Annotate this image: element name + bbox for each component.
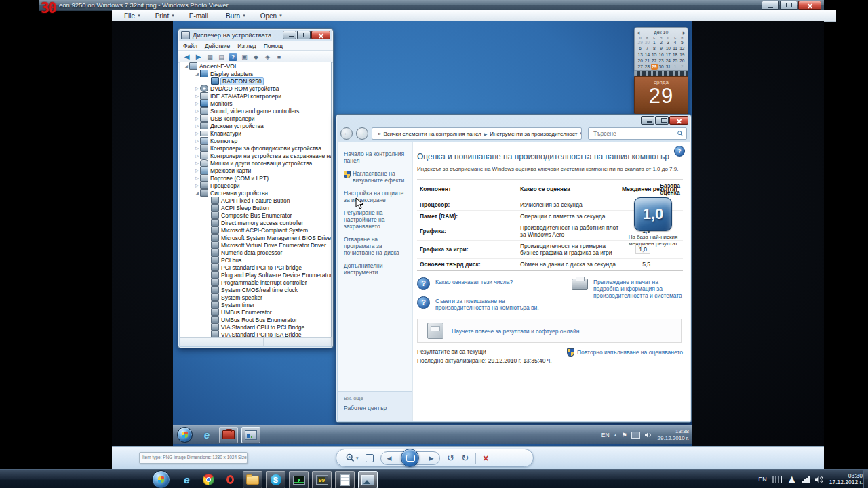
tree-expander-icon[interactable]: ▷: [194, 108, 200, 114]
menu-item[interactable]: Помощ: [264, 43, 283, 49]
tree-expander-icon[interactable]: ▷: [194, 116, 200, 121]
tree-expander-icon[interactable]: ▷: [194, 176, 200, 181]
calendar-day[interactable]: 15: [651, 52, 658, 58]
calendar-day[interactable]: 13: [637, 52, 644, 58]
device-tree-item[interactable]: ▷ Компютър: [180, 137, 331, 144]
calendar-day[interactable]: 3: [665, 39, 671, 45]
language-indicator[interactable]: EN: [601, 432, 610, 439]
rerun-assessment-link[interactable]: Повторно изпълняване на оценяването: [577, 349, 683, 356]
calendar-day[interactable]: 11: [671, 45, 678, 52]
calendar-next-icon[interactable]: ▶: [683, 30, 686, 35]
tree-expander-icon[interactable]: ◢: [194, 190, 200, 196]
device-tree-item[interactable]: Numeric data processor: [180, 249, 331, 256]
close-button[interactable]: [798, 1, 821, 10]
device-tree-item[interactable]: ◢ Системни устройства: [180, 189, 331, 197]
calendar-day[interactable]: 10: [665, 45, 671, 52]
calendar-day[interactable]: 22: [651, 58, 658, 64]
device-tree-item[interactable]: PCI standard PCI-to-PCI bridge: [180, 264, 331, 271]
taskbar-icon-internet-explorer[interactable]: e: [178, 471, 196, 487]
keyboard-layout-icon[interactable]: [772, 476, 782, 483]
delete-button[interactable]: ×: [483, 453, 488, 464]
device-tree-item[interactable]: ▷ USB контролери: [180, 115, 331, 122]
tree-expander-icon[interactable]: ▷: [194, 161, 200, 166]
menu-item[interactable]: Burn ▾: [226, 12, 245, 20]
breadcrumb-control-panel[interactable]: Всички елементи на контролния панел: [383, 131, 481, 137]
device-tree-item[interactable]: ▷ Контролери за флопидискови устройства: [180, 144, 331, 152]
volume-icon[interactable]: [814, 476, 823, 483]
toolbar-button[interactable]: ▶: [194, 53, 203, 61]
inner-taskbar-icon-device-manager-toolbox[interactable]: [219, 427, 238, 443]
learn-more-box[interactable]: Научете повече за резултати и софтуер он…: [417, 319, 682, 343]
network-icon[interactable]: [631, 432, 640, 439]
maximize-button[interactable]: [297, 30, 311, 39]
action-center-flag-icon[interactable]: ⚑: [621, 432, 627, 439]
tree-expander-icon[interactable]: ▷: [194, 168, 200, 174]
menu-item[interactable]: Действие: [205, 43, 230, 49]
calendar-day[interactable]: 7: [644, 45, 650, 52]
sidebar-task-link[interactable]: Регулиране на настройките на захранванет…: [344, 209, 407, 230]
calendar-day[interactable]: 30: [644, 39, 650, 45]
device-tree-item[interactable]: UMBus Root Bus Enumerator: [180, 316, 331, 323]
calendar-day[interactable]: 24: [665, 58, 671, 64]
search-box[interactable]: [588, 127, 687, 140]
menu-item[interactable]: E-mail: [189, 12, 211, 20]
toolbar-button[interactable]: ▤: [217, 53, 226, 61]
calendar-day[interactable]: 26: [679, 58, 686, 64]
fit-to-window-button[interactable]: [366, 454, 374, 462]
sidebar-task-link[interactable]: Настройка на опциите за индексиране: [344, 190, 407, 203]
rotate-counterclockwise-button[interactable]: ↺: [447, 453, 454, 463]
device-tree-item[interactable]: RADEON 9250: [180, 77, 331, 85]
toolbar-button[interactable]: ■: [275, 53, 283, 61]
calendar-day[interactable]: 25: [671, 58, 678, 64]
menu-item[interactable]: File ▾: [124, 12, 140, 20]
calendar-day[interactable]: 1: [671, 64, 678, 70]
menu-item[interactable]: Файл: [183, 43, 197, 49]
close-button[interactable]: [311, 30, 330, 39]
taskbar-icon-opera[interactable]: [221, 471, 239, 487]
toolbar-button[interactable]: ▦: [205, 53, 214, 61]
maximize-button[interactable]: [780, 1, 797, 10]
tray-expand-icon[interactable]: ▲: [787, 473, 797, 485]
device-tree-item[interactable]: ▷ Sound, video and game controllers: [180, 107, 331, 115]
device-tree-item[interactable]: ▷ Мрежови карти: [180, 167, 331, 174]
address-dropdown-icon[interactable]: ▾: [580, 130, 582, 137]
zoom-button[interactable]: ▾: [346, 453, 359, 462]
menu-item[interactable]: Open ▾: [260, 12, 282, 20]
taskbar-icon-system-monitor[interactable]: [289, 471, 309, 488]
clock[interactable]: 03:30 17.12.2012 г.: [829, 473, 863, 486]
toolbar-button[interactable]: ?: [229, 53, 237, 61]
action-center-link[interactable]: Работен център: [344, 405, 406, 411]
calendar-day[interactable]: 21: [644, 58, 650, 64]
device-tree-item[interactable]: ▷ Дискови устройства: [180, 122, 331, 129]
calendar-day[interactable]: 1: [651, 39, 658, 45]
address-field[interactable]: « Всички елементи на контролния панел ▶ …: [372, 127, 582, 140]
tree-expander-icon[interactable]: ▷: [194, 101, 200, 106]
calendar-day[interactable]: 28: [644, 64, 650, 70]
calendar-day[interactable]: 31: [665, 64, 671, 70]
tree-expander-icon[interactable]: ▷: [194, 131, 200, 136]
tree-expander-icon[interactable]: ▷: [194, 153, 200, 159]
device-tree-item[interactable]: Microsoft ACPI-Compliant System: [180, 226, 331, 234]
tree-expander-icon[interactable]: ▷: [194, 123, 200, 129]
calendar-day[interactable]: 4: [671, 39, 678, 45]
device-tree-item[interactable]: Composite Bus Enumerator: [180, 211, 331, 219]
device-tree-item[interactable]: VIA Standard CPU to PCI Bridge: [180, 323, 331, 331]
device-tree-item[interactable]: Direct memory access controller: [180, 219, 331, 226]
close-button[interactable]: [669, 116, 688, 125]
device-tree-item[interactable]: Microsoft Virtual Drive Enumerator Drive…: [180, 241, 331, 249]
device-tree-item[interactable]: ▷ Контролери на устройства за съхраняван…: [180, 152, 331, 159]
what-do-numbers-mean-link[interactable]: Какво означават тези числа?: [435, 279, 513, 290]
tree-expander-icon[interactable]: ▷: [194, 86, 200, 92]
calendar-day[interactable]: 12: [679, 45, 686, 52]
sidebar-task-link[interactable]: Допълнителни инструменти: [344, 262, 407, 276]
maximize-button[interactable]: [655, 116, 669, 125]
calendar-day[interactable]: 23: [658, 58, 665, 64]
tree-expander-icon[interactable]: ▷: [194, 94, 200, 99]
device-tree-item[interactable]: ACPI Fixed Feature Button: [180, 197, 331, 204]
device-tree-item[interactable]: Microsoft System Management BIOS Driver: [180, 234, 331, 241]
rotate-clockwise-button[interactable]: ↻: [461, 453, 469, 463]
inner-taskbar-icon-performance-monitor[interactable]: [241, 427, 260, 443]
forward-button[interactable]: →: [356, 127, 368, 140]
device-tree-item[interactable]: ▷ IDE ATA/ATAPI контролери: [180, 92, 331, 100]
breadcrumb-chevron[interactable]: «: [378, 131, 380, 137]
